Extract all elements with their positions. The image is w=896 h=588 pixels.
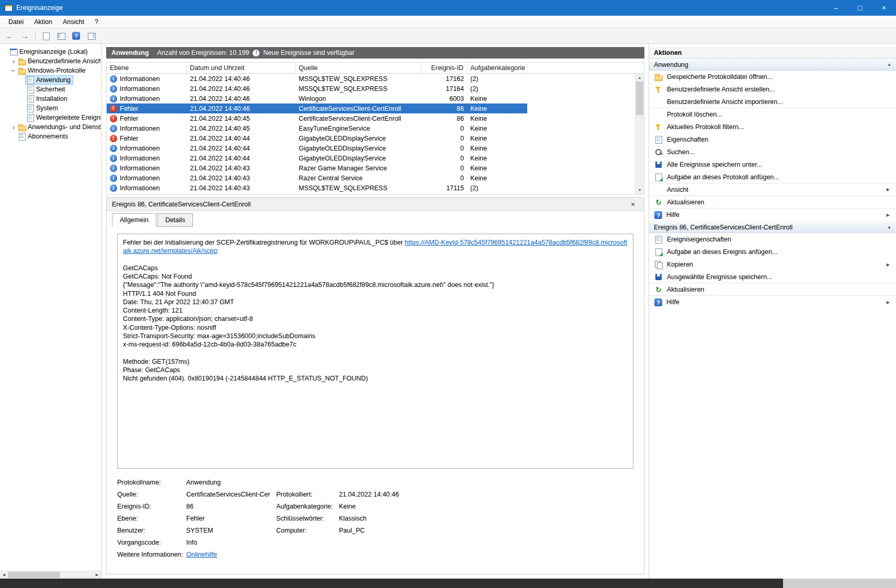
action-kopieren[interactable]: Kopieren▶ [649,258,896,271]
tree-item-windows-protokolle[interactable]: ›Windows-Protokolle [0,66,101,75]
action-pane-button[interactable] [84,30,98,42]
action-suchen[interactable]: Suchen... [649,146,896,158]
tree-item-system[interactable]: System [0,103,101,113]
tree-item-anwendungs-und-dienstprotokolle[interactable]: ›Anwendungs- und Dienstprotokolle [0,122,101,132]
close-detail-icon[interactable]: × [627,200,639,209]
scrollbar-thumb[interactable] [8,572,60,578]
field-value: Anwendung [186,476,276,488]
action-eigenschaften[interactable]: Eigenschaften [649,133,896,146]
menu-aktion[interactable]: Aktion [29,17,58,27]
event-source: EasyTuneEngineService [296,123,422,133]
menu-datei[interactable]: Datei [3,17,29,27]
scroll-left-icon[interactable]: ◀ [0,571,8,579]
event-row[interactable]: iInformationen21.04.2022 14:40:43Razer C… [107,173,527,183]
event-level-label: Informationen [120,185,160,192]
scroll-right-icon[interactable]: ▶ [93,571,101,579]
action-hilfe[interactable]: ?Hilfe▶ [649,296,896,308]
online-help-link[interactable]: Onlinehilfe [186,551,217,558]
tree-item-body: Benutzerdefinierte Ansichten [17,56,101,66]
action-aktualisieren[interactable]: ↻Aktualisieren [649,196,896,209]
menu-ansicht[interactable]: Ansicht [58,17,89,27]
action-protokoll-loeschen[interactable]: Protokoll löschen... [649,108,896,121]
tree-item-abonnements[interactable]: Abonnements [0,132,101,141]
action-aktualisieren[interactable]: ↻Aktualisieren [649,283,896,296]
collapse-icon[interactable]: ▲ [887,62,891,67]
event-datetime: 21.04.2022 14:40:46 [187,84,296,94]
event-row[interactable]: iInformationen21.04.2022 14:40:46MSSQL$T… [107,84,527,94]
event-row[interactable]: !Fehler21.04.2022 14:40:45CertificateSer… [107,113,527,123]
event-source: GigabyteOLEDDisplayService [296,133,422,143]
tree-item-weitergeleitete-ereignisse[interactable]: Weitergeleitete Ereignisse [0,113,101,122]
scrollbar-track[interactable] [8,571,93,579]
toolbar: ←→? [0,28,896,44]
actions-section-ereignis-86-certificateservicesclient-certenroll[interactable]: Ereignis 86, CertificateServicesClient-C… [649,221,896,233]
tree-item-benutzerdefinierte-ansichten[interactable]: ›Benutzerdefinierte Ansichten [0,56,101,66]
expander-icon[interactable]: › [10,67,17,74]
expander-icon[interactable]: › [10,124,17,130]
action-hilfe[interactable]: ?Hilfe▶ [649,209,896,221]
action-aktuelles-protokoll-filtern[interactable]: Aktuelles Protokoll filtern... [649,121,896,133]
event-row[interactable]: iInformationen21.04.2022 14:40:44Gigabyt… [107,153,527,163]
event-id: 0 [422,123,467,133]
action-ansicht[interactable]: Ansicht▶ [649,183,896,196]
expander-icon[interactable]: › [10,58,17,64]
column-header-ereignis-id[interactable]: Ereignis-ID [422,63,467,73]
field-label: Weitere Informationen: [117,548,186,560]
event-source: GigabyteOLEDDisplayService [296,143,422,153]
column-header-datum-und-uhrzeit[interactable]: Datum und Uhrzeit [187,63,296,73]
task-icon [654,173,663,181]
action-ausgewaehlte-ereignisse-speichern[interactable]: Ausgewählte Ereignisse speichern... [649,271,896,283]
event-row[interactable]: iInformationen21.04.2022 14:40:45EasyTun… [107,123,527,133]
tree-item-anwendung[interactable]: Anwendung [0,75,101,85]
forward-button[interactable]: → [18,30,32,42]
scroll-up-icon[interactable]: ▲ [636,74,644,82]
forward-icon: → [21,32,29,40]
close-button[interactable]: × [872,0,896,16]
help-button[interactable]: ? [69,30,83,42]
action-aufgabe-an-dieses-ereignis-anfuegen[interactable]: Aufgabe an dieses Ereignis anfügen... [649,246,896,258]
back-button[interactable]: ← [3,30,17,42]
event-viewer-window: Ereignisanzeige – □ × DateiAktionAnsicht… [0,0,896,588]
tab-details[interactable]: Details [157,213,193,227]
field-label [276,476,339,488]
actions-section-anwendung[interactable]: Anwendung▲ [649,59,896,71]
event-row[interactable]: !Fehler21.04.2022 14:40:44GigabyteOLEDDi… [107,133,527,143]
table-header-row: EbeneDatum und UhrzeitQuelleEreignis-IDA… [107,63,644,74]
scrollbar-thumb[interactable] [636,82,643,115]
scrollbar-track[interactable] [636,82,644,186]
minimize-button[interactable]: – [824,0,848,16]
action-aufgabe-an-dieses-protokoll-anfuegen[interactable]: Aufgabe an dieses Protokoll anfügen... [649,171,896,183]
maximize-button[interactable]: □ [848,0,872,16]
action-alle-ereignisse-speichern-unter[interactable]: Alle Ereignisse speichern unter... [649,158,896,171]
event-row[interactable]: iInformationen21.04.2022 14:40:46Winlogo… [107,94,527,103]
tab-allgemein[interactable]: Allgemein [112,213,156,227]
column-header-quelle[interactable]: Quelle [296,63,422,73]
console-tree-button[interactable] [54,30,68,42]
document-button[interactable] [39,30,53,42]
event-level-cell: iInformationen [107,94,187,103]
event-row[interactable]: iInformationen21.04.2022 14:40:43MSSQL$T… [107,183,527,193]
event-row[interactable]: iInformationen21.04.2022 14:40:43Razer G… [107,163,527,173]
event-row[interactable]: iInformationen21.04.2022 14:40:44Gigabyt… [107,143,527,153]
scroll-down-icon[interactable]: ▼ [636,186,644,194]
action-benutzerdefinierte-ansicht-erstellen[interactable]: Benutzerdefinierte Ansicht erstellen... [649,83,896,96]
menu-hilfe[interactable]: ? [89,17,104,27]
action-benutzerdefinierte-ansicht-importieren[interactable]: Benutzerdefinierte Ansicht importieren..… [649,96,896,108]
action-gespeicherte-protokolldatei-oeffnen[interactable]: Gespeicherte Protokolldatei öffnen... [649,71,896,83]
tree-item-label: Weitergeleitete Ereignisse [36,114,101,122]
action-ereigniseigenschaften[interactable]: Ereigniseigenschaften [649,233,896,246]
event-level-label: Fehler [120,105,138,112]
tree-item-installation[interactable]: Installation [0,94,101,103]
column-header-aufgabenkategorie[interactable]: Aufgabenkategorie [467,63,527,73]
tree-horizontal-scrollbar[interactable]: ◀ ▶ [0,571,101,579]
tree-item-sicherheit[interactable]: Sicherheit [0,85,101,94]
log-icon [26,85,35,94]
event-row[interactable]: iInformationen21.04.2022 14:40:46MSSQL$T… [107,74,527,84]
titlebar: Ereignisanzeige – □ × [0,0,896,16]
column-header-ebene[interactable]: Ebene [107,63,187,73]
collapse-icon[interactable]: ▲ [887,225,891,229]
actions-panel: Aktionen Anwendung▲Gespeicherte Protokol… [649,44,896,579]
table-vertical-scrollbar[interactable]: ▲ ▼ [635,74,644,194]
event-row[interactable]: !Fehler21.04.2022 14:40:46CertificateSer… [107,103,527,113]
tree-item-ereignisanzeige-lokal[interactable]: Ereignisanzeige (Lokal) [0,47,101,56]
